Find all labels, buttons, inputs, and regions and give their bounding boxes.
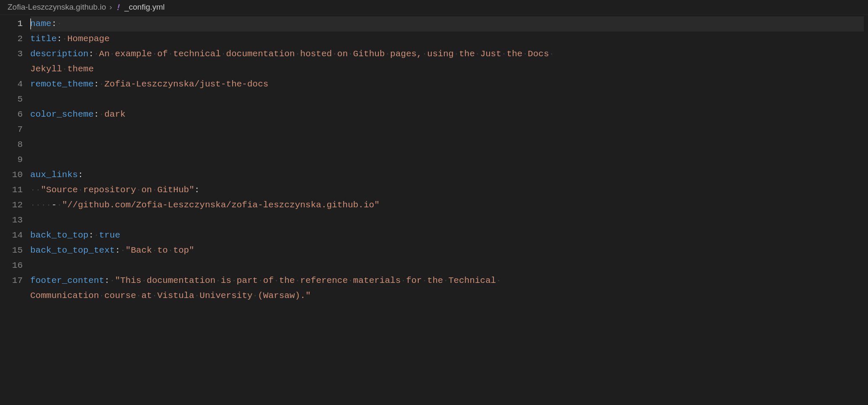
token-ws: · bbox=[110, 276, 115, 285]
breadcrumb-filename[interactable]: _config.yml bbox=[124, 3, 165, 12]
token-key: name bbox=[30, 19, 51, 29]
token-ws: · bbox=[252, 291, 258, 300]
token-key: aux_links bbox=[30, 170, 78, 180]
token-key: description bbox=[30, 49, 89, 59]
line-number[interactable]: 6 bbox=[4, 107, 23, 122]
token-str: the bbox=[427, 276, 443, 285]
token-ws: · bbox=[62, 34, 68, 44]
token-ws: · bbox=[99, 79, 105, 89]
token-ws: · bbox=[152, 291, 157, 300]
token-str: Jekyll bbox=[30, 64, 62, 74]
code-line[interactable]: ··"Source·repository·on·GitHub": bbox=[30, 183, 864, 198]
line-number[interactable]: 3 bbox=[4, 47, 23, 62]
token-ws: · bbox=[168, 49, 173, 59]
token-str: Docs bbox=[528, 49, 549, 59]
token-key: remote_theme bbox=[30, 79, 94, 89]
token-colon: : bbox=[89, 49, 94, 59]
token-indent: ···· bbox=[30, 200, 51, 210]
code-line[interactable]: aux_links: bbox=[30, 167, 864, 183]
token-ws: · bbox=[136, 185, 142, 195]
line-number[interactable]: 12 bbox=[4, 198, 23, 213]
token-str: documentation bbox=[226, 49, 295, 59]
code-line[interactable]: color_scheme:·dark bbox=[30, 107, 864, 122]
text-cursor bbox=[30, 18, 31, 29]
token-colon: : bbox=[94, 110, 99, 119]
line-number-gutter[interactable]: 1234567891011121314151617 bbox=[0, 15, 30, 305]
token-ws: · bbox=[274, 276, 279, 285]
token-str: of bbox=[263, 276, 274, 285]
yaml-file-icon: ! bbox=[115, 3, 120, 12]
token-ws: · bbox=[422, 276, 427, 285]
token-ws: · bbox=[142, 276, 147, 285]
line-number[interactable]: 2 bbox=[4, 31, 23, 47]
token-str: reference bbox=[300, 276, 348, 285]
token-str: hosted bbox=[300, 49, 332, 59]
token-colon: : bbox=[57, 34, 62, 44]
token-str: GitHub" bbox=[157, 185, 194, 195]
code-line[interactable]: title:·Homepage bbox=[30, 31, 864, 47]
line-number[interactable]: 1 bbox=[4, 16, 23, 31]
line-number[interactable]: 16 bbox=[4, 258, 23, 273]
line-number[interactable] bbox=[4, 62, 23, 77]
token-str: Technical bbox=[448, 276, 496, 285]
token-ws: · bbox=[443, 276, 448, 285]
code-line[interactable]: ····-·"//github.com/Zofia-Leszczynska/zo… bbox=[30, 198, 864, 213]
token-ws: · bbox=[501, 49, 507, 59]
code-line[interactable] bbox=[30, 137, 864, 152]
code-line[interactable] bbox=[30, 122, 864, 137]
line-number[interactable]: 7 bbox=[4, 122, 23, 137]
token-ws: · bbox=[168, 246, 173, 255]
token-ws: · bbox=[475, 49, 480, 59]
token-str: Github bbox=[353, 49, 385, 59]
code-editor[interactable]: 1234567891011121314151617 name:·title:·H… bbox=[0, 15, 868, 305]
token-ws: · bbox=[152, 246, 157, 255]
token-ws: · bbox=[136, 291, 142, 300]
line-number[interactable]: 15 bbox=[4, 243, 23, 258]
token-str: University bbox=[199, 291, 252, 300]
line-number[interactable]: 5 bbox=[4, 92, 23, 107]
code-line[interactable] bbox=[30, 258, 864, 273]
line-number[interactable]: 14 bbox=[4, 228, 23, 243]
line-number[interactable]: 11 bbox=[4, 183, 23, 198]
code-area[interactable]: name:·title:·Homepagedescription:·An·exa… bbox=[30, 15, 868, 305]
line-number[interactable] bbox=[4, 288, 23, 303]
token-ws: · bbox=[94, 49, 99, 59]
code-line[interactable]: Jekyll·theme bbox=[30, 62, 864, 77]
token-str: course bbox=[104, 291, 136, 300]
line-number[interactable]: 17 bbox=[4, 273, 23, 288]
token-colon: : bbox=[104, 276, 110, 285]
breadcrumb-separator: › bbox=[109, 3, 112, 12]
code-line[interactable] bbox=[30, 152, 864, 167]
code-line[interactable]: name:· bbox=[30, 16, 864, 31]
token-ws: · bbox=[194, 291, 200, 300]
token-ws: · bbox=[295, 276, 300, 285]
code-line[interactable]: footer_content:·"This·documentation·is·p… bbox=[30, 273, 864, 288]
code-line[interactable]: description:·An·example·of·technical·doc… bbox=[30, 47, 864, 62]
token-str: on bbox=[142, 185, 152, 195]
code-line[interactable] bbox=[30, 92, 864, 107]
token-ws: · bbox=[152, 185, 157, 195]
line-number[interactable]: 13 bbox=[4, 213, 23, 228]
line-number[interactable]: 4 bbox=[4, 77, 23, 92]
token-str: documentation bbox=[147, 276, 215, 285]
code-line[interactable]: remote_theme:·Zofia-Leszczynska/just-the… bbox=[30, 77, 864, 92]
code-line[interactable] bbox=[30, 213, 864, 228]
breadcrumb-folder[interactable]: Zofia-Leszczynska.github.io bbox=[8, 3, 106, 12]
token-str: pages, bbox=[390, 49, 422, 59]
token-colon: : bbox=[94, 79, 99, 89]
code-line[interactable]: back_to_top:·true bbox=[30, 228, 864, 243]
token-str: Just bbox=[480, 49, 501, 59]
code-line[interactable]: back_to_top_text:·"Back·to·top" bbox=[30, 243, 864, 258]
line-number[interactable]: 9 bbox=[4, 152, 23, 167]
token-str: technical bbox=[173, 49, 220, 59]
token-ws: · bbox=[385, 49, 390, 59]
line-number[interactable]: 10 bbox=[4, 167, 23, 183]
line-number[interactable]: 8 bbox=[4, 137, 23, 152]
token-str: Communication bbox=[30, 291, 99, 300]
breadcrumb[interactable]: Zofia-Leszczynska.github.io › ! _config.… bbox=[0, 0, 868, 15]
token-str: the bbox=[506, 49, 522, 59]
token-ws: · bbox=[215, 276, 221, 285]
token-ws: · bbox=[549, 49, 554, 59]
code-line[interactable]: Communication·course·at·Vistula·Universi… bbox=[30, 288, 864, 303]
token-str: on bbox=[337, 49, 348, 59]
